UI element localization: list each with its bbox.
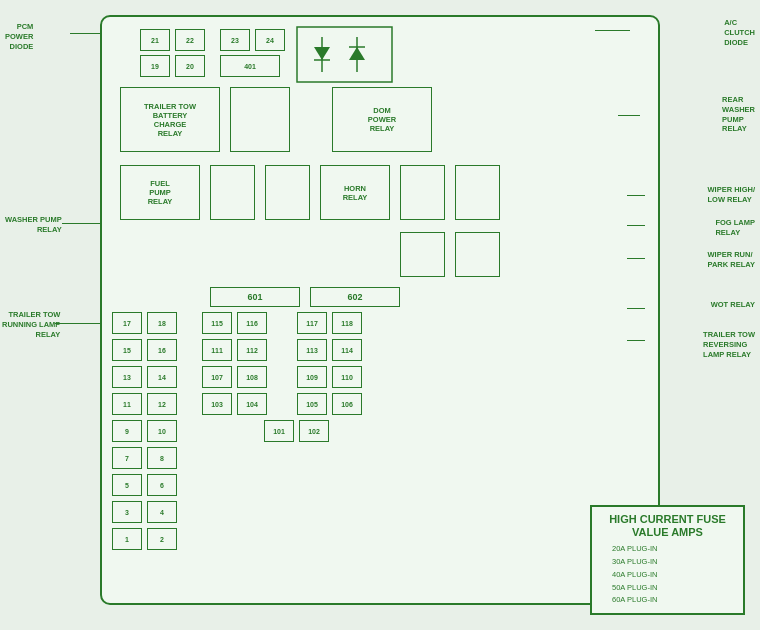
trailer-tow-running-line bbox=[55, 323, 102, 324]
relay-right-1 bbox=[400, 165, 445, 220]
hcf-item-50a: 50A PLUG-IN bbox=[612, 582, 743, 595]
fuse-21: 21 bbox=[140, 29, 170, 51]
svg-marker-2 bbox=[314, 47, 330, 60]
fuse-14: 14 bbox=[147, 366, 177, 388]
fuse-103: 103 bbox=[202, 393, 232, 415]
rear-washer-pump-relay-label: REARWASHERPUMPRELAY bbox=[722, 95, 755, 134]
fuse-2: 2 bbox=[147, 528, 177, 550]
fuse-box-diagram: 21 22 23 24 19 20 401 TRAILER TOWBATTERY… bbox=[100, 15, 660, 605]
relay-mid-right bbox=[265, 165, 310, 220]
hcf-item-30a: 30A PLUG-IN bbox=[612, 556, 743, 569]
fuse-102: 102 bbox=[299, 420, 329, 442]
wiper-high-low-label: WIPER HIGH/LOW RELAY bbox=[707, 185, 755, 205]
fuse-3: 3 bbox=[112, 501, 142, 523]
fuse-15: 15 bbox=[112, 339, 142, 361]
high-current-fuse-box: HIGH CURRENT FUSE VALUE AMPS 20A PLUG-IN… bbox=[590, 505, 745, 615]
washer-pump-line bbox=[62, 223, 102, 224]
fuse-10: 10 bbox=[147, 420, 177, 442]
wiper-run-line bbox=[627, 258, 645, 259]
fuse-13: 13 bbox=[112, 366, 142, 388]
fuse-22: 22 bbox=[175, 29, 205, 51]
washer-pump-relay-label: WASHER PUMPRELAY bbox=[5, 215, 62, 235]
fuse-115: 115 bbox=[202, 312, 232, 334]
fuse-401: 401 bbox=[220, 55, 280, 77]
fuse-7: 7 bbox=[112, 447, 142, 469]
svg-rect-0 bbox=[297, 27, 392, 82]
fuse-112: 112 bbox=[237, 339, 267, 361]
fuse-118: 118 bbox=[332, 312, 362, 334]
fuse-6: 6 bbox=[147, 474, 177, 496]
relay-mid-left bbox=[210, 165, 255, 220]
fuse-4: 4 bbox=[147, 501, 177, 523]
fuse-601: 601 bbox=[210, 287, 300, 307]
wiper-high-line bbox=[627, 195, 645, 196]
fuse-116: 116 bbox=[237, 312, 267, 334]
fuse-113: 113 bbox=[297, 339, 327, 361]
relay-right-3 bbox=[400, 232, 445, 277]
fuse-23: 23 bbox=[220, 29, 250, 51]
trailer-tow-running-label: TRAILER TOWRUNNING LAMPRELAY bbox=[2, 310, 60, 339]
svg-marker-5 bbox=[349, 47, 365, 60]
trailer-tow-battery-relay: TRAILER TOWBATTERYCHARGERELAY bbox=[120, 87, 220, 152]
fuse-5: 5 bbox=[112, 474, 142, 496]
relay-right-4 bbox=[455, 232, 500, 277]
relay-right-2 bbox=[455, 165, 500, 220]
fuse-114: 114 bbox=[332, 339, 362, 361]
fuse-106: 106 bbox=[332, 393, 362, 415]
wot-line bbox=[627, 308, 645, 309]
fog-lamp-line bbox=[627, 225, 645, 226]
trailer-tow-reversing-label: TRAILER TOWREVERSINGLAMP RELAY bbox=[703, 330, 755, 359]
fuse-101: 101 bbox=[264, 420, 294, 442]
fuse-1: 1 bbox=[112, 528, 142, 550]
fuse-109: 109 bbox=[297, 366, 327, 388]
hcf-item-60a: 60A PLUG-IN bbox=[612, 594, 743, 607]
relay-box-middle-top bbox=[230, 87, 290, 152]
fuse-11: 11 bbox=[112, 393, 142, 415]
hcf-item-20a: 20A PLUG-IN bbox=[612, 543, 743, 556]
hcf-list: 20A PLUG-IN 30A PLUG-IN 40A PLUG-IN 50A … bbox=[592, 543, 743, 607]
hcf-title: HIGH CURRENT FUSE VALUE AMPS bbox=[592, 513, 743, 539]
fuse-117: 117 bbox=[297, 312, 327, 334]
pcm-power-diode-label: PCMPOWERDIODE bbox=[5, 22, 33, 51]
fuse-111: 111 bbox=[202, 339, 232, 361]
wiper-run-park-label: WIPER RUN/PARK RELAY bbox=[707, 250, 755, 270]
fuse-9: 9 bbox=[112, 420, 142, 442]
trailer-rev-line bbox=[627, 340, 645, 341]
fuse-20: 20 bbox=[175, 55, 205, 77]
fuse-108: 108 bbox=[237, 366, 267, 388]
fuse-18: 18 bbox=[147, 312, 177, 334]
pcm-connector-line bbox=[70, 33, 102, 34]
fuse-17: 17 bbox=[112, 312, 142, 334]
ac-clutch-diode-label: A/CCLUTCHDIODE bbox=[724, 18, 755, 47]
fuse-12: 12 bbox=[147, 393, 177, 415]
fuse-24: 24 bbox=[255, 29, 285, 51]
fuse-602: 602 bbox=[310, 287, 400, 307]
ac-diode-area bbox=[292, 22, 402, 87]
rear-washer-line bbox=[618, 115, 640, 116]
fuse-107: 107 bbox=[202, 366, 232, 388]
fuse-8: 8 bbox=[147, 447, 177, 469]
fuse-19: 19 bbox=[140, 55, 170, 77]
fuse-104: 104 bbox=[237, 393, 267, 415]
horn-relay: HORNRELAY bbox=[320, 165, 390, 220]
wot-relay-label: WOT RELAY bbox=[711, 300, 755, 310]
dom-power-relay: DOMPOWERRELAY bbox=[332, 87, 432, 152]
fuse-105: 105 bbox=[297, 393, 327, 415]
fuse-110: 110 bbox=[332, 366, 362, 388]
fuel-pump-relay: FUELPUMPRELAY bbox=[120, 165, 200, 220]
fog-lamp-relay-label: FOG LAMPRELAY bbox=[715, 218, 755, 238]
fuse-16: 16 bbox=[147, 339, 177, 361]
hcf-item-40a: 40A PLUG-IN bbox=[612, 569, 743, 582]
ac-clutch-line bbox=[595, 30, 630, 31]
